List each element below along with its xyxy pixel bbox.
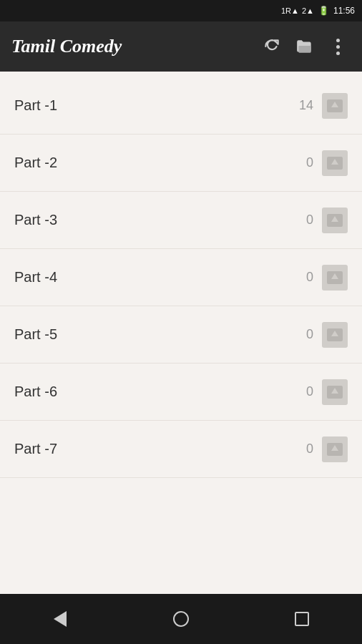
item-count: 14 <box>299 98 313 113</box>
item-thumbnail <box>322 379 348 405</box>
list-item[interactable]: Part -7 0 <box>0 421 362 478</box>
app-title: Tamil Comedy <box>11 36 259 57</box>
refresh-button[interactable] <box>259 34 285 59</box>
list-item[interactable]: Part -6 0 <box>0 364 362 421</box>
item-thumbnail <box>322 436 348 462</box>
item-label: Part -4 <box>14 269 306 286</box>
folder-icon <box>295 37 314 56</box>
playlist-container: Part -1 14 Part -2 0 Part -3 0 Part -4 0 <box>0 72 362 594</box>
item-label: Part -5 <box>14 326 306 343</box>
list-item[interactable]: Part -3 0 <box>0 192 362 249</box>
time-display: 11:56 <box>333 6 355 16</box>
folder-button[interactable] <box>292 34 318 59</box>
dot1 <box>336 39 340 42</box>
item-count: 0 <box>306 384 313 399</box>
home-icon <box>173 611 189 627</box>
more-options-button[interactable] <box>325 34 351 59</box>
signal-icons: 1R▲ 2▲ <box>281 6 314 15</box>
item-count: 0 <box>306 441 313 457</box>
list-item[interactable]: Part -5 0 <box>0 306 362 364</box>
battery-icon: 🔋 <box>318 6 329 16</box>
app-bar-actions <box>259 34 351 59</box>
signal2-text: 2▲ <box>302 6 314 15</box>
item-thumbnail <box>322 93 348 119</box>
item-label: Part -2 <box>14 155 306 171</box>
thumbnail-image-icon <box>327 214 343 227</box>
recents-icon <box>295 612 309 626</box>
dot3 <box>336 52 340 55</box>
app-bar: Tamil Comedy <box>0 21 362 72</box>
item-label: Part -7 <box>14 441 306 457</box>
item-label: Part -1 <box>14 97 299 114</box>
item-count: 0 <box>306 270 313 285</box>
back-button[interactable] <box>46 605 74 633</box>
item-count: 0 <box>306 155 313 170</box>
item-label: Part -3 <box>14 212 306 228</box>
item-count: 0 <box>306 327 313 342</box>
item-thumbnail <box>322 150 348 176</box>
item-thumbnail <box>322 265 348 291</box>
thumbnail-image-icon <box>327 157 343 170</box>
back-icon <box>54 611 67 627</box>
home-button[interactable] <box>167 605 195 633</box>
more-icon <box>336 39 340 55</box>
item-count: 0 <box>306 213 313 228</box>
list-item[interactable]: Part -4 0 <box>0 249 362 306</box>
list-item[interactable]: Part -2 0 <box>0 135 362 192</box>
status-bar: 1R▲ 2▲ 🔋 11:56 <box>0 0 362 21</box>
svg-rect-0 <box>298 46 310 53</box>
refresh-icon <box>263 37 281 56</box>
item-thumbnail <box>322 322 348 348</box>
list-item[interactable]: Part -1 14 <box>0 77 362 135</box>
signal1-text: 1R▲ <box>281 6 299 15</box>
recents-button[interactable] <box>288 605 316 633</box>
nav-bar <box>0 594 362 644</box>
thumbnail-image-icon <box>327 443 343 456</box>
item-thumbnail <box>322 208 348 233</box>
dot2 <box>336 45 340 49</box>
thumbnail-image-icon <box>327 271 343 284</box>
thumbnail-image-icon <box>327 386 343 399</box>
thumbnail-image-icon <box>327 328 343 341</box>
thumbnail-image-icon <box>327 99 343 112</box>
item-label: Part -6 <box>14 384 306 400</box>
